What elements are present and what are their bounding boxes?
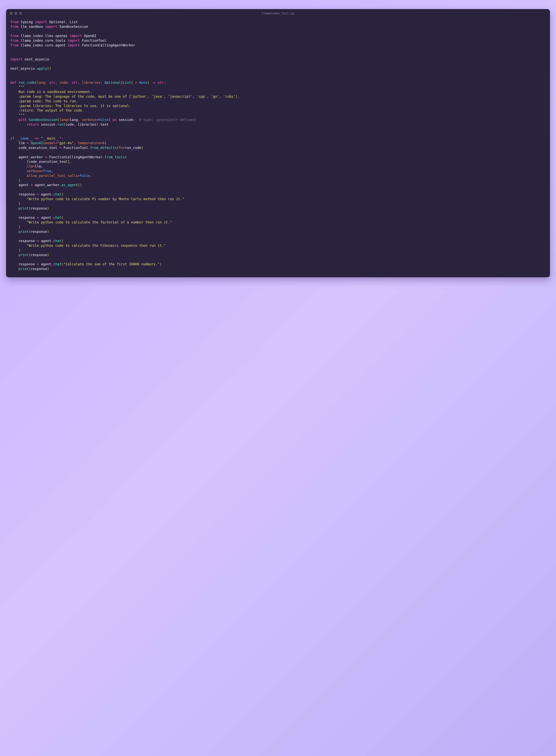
str-q2: "Write python code to calculate the fact… bbox=[27, 220, 172, 224]
kw-with: with bbox=[19, 118, 27, 122]
var-agentworker: agent_worker bbox=[19, 155, 43, 159]
kw-if: if bbox=[10, 136, 14, 140]
ref-lang: lang bbox=[70, 118, 78, 122]
editor-window: llamaindex_tool.py from typing import Op… bbox=[6, 9, 550, 277]
kw-import: import bbox=[35, 20, 47, 24]
code-area[interactable]: from typing import Optional, List from l… bbox=[6, 18, 550, 277]
ref-agent: agent bbox=[41, 262, 51, 266]
obj: nest_asyncio bbox=[10, 67, 35, 70]
sym-Optional: Optional bbox=[49, 20, 65, 24]
kw-from: from bbox=[10, 34, 19, 38]
mod-seg: core bbox=[45, 38, 53, 42]
call-OpenAI: OpenAI bbox=[31, 141, 43, 145]
kw-import: import bbox=[68, 38, 80, 42]
kwarg-allow-parallel: allow_parallel_tool_calls bbox=[27, 174, 78, 178]
kwarg-fn: fn bbox=[119, 146, 123, 150]
call-chat: chat bbox=[53, 262, 61, 266]
window-title: llamaindex_tool.py bbox=[6, 11, 550, 15]
kwarg-lang: lang bbox=[59, 118, 68, 122]
kw-from: from bbox=[10, 43, 19, 47]
ref-response: response bbox=[31, 206, 47, 210]
mod-seg: llms bbox=[45, 34, 53, 38]
kw-from: from bbox=[10, 38, 19, 42]
sym-List: List bbox=[70, 20, 78, 24]
docstring-l4: :param libraries: The libraries to use, … bbox=[10, 104, 131, 108]
ref-agentworker: agent_worker bbox=[35, 183, 60, 187]
const-False: False bbox=[80, 174, 90, 178]
call-print: print bbox=[19, 206, 29, 210]
call-apply: apply bbox=[37, 67, 47, 70]
type-Optional: Optional bbox=[104, 80, 121, 85]
sym-OpenAI: OpenAI bbox=[84, 34, 96, 38]
type-List: List bbox=[123, 80, 131, 85]
num-zero: 0 bbox=[102, 141, 105, 145]
ret-str: str bbox=[158, 80, 164, 85]
ref-run-code: run_code bbox=[125, 146, 141, 150]
mod-nest-asyncio: nest_asyncio bbox=[25, 57, 49, 61]
mod-seg: openai bbox=[55, 34, 68, 38]
sym-FunctionTool: FunctionTool bbox=[82, 38, 106, 42]
ref-session: session bbox=[41, 123, 55, 126]
maximize-dot[interactable] bbox=[19, 12, 22, 15]
kwarg-model: model bbox=[45, 141, 55, 145]
call-SandboxSession: SandboxSession bbox=[29, 118, 58, 122]
ref-agent: agent bbox=[41, 192, 51, 196]
str-main: "__main__" bbox=[41, 136, 61, 140]
kw-import: import bbox=[10, 57, 23, 61]
ref-cet: code_execution_tool bbox=[29, 160, 68, 164]
kw-import: import bbox=[70, 34, 82, 38]
ref-response: response bbox=[31, 230, 47, 234]
kwarg-llm: llm bbox=[27, 164, 33, 168]
mod-typing: typing bbox=[21, 20, 33, 24]
var-llm: llm bbox=[19, 141, 25, 145]
kw-def: def bbox=[10, 80, 16, 85]
const-False: False bbox=[98, 118, 109, 122]
docstring-l3: :param code: The code to run. bbox=[10, 99, 78, 103]
ref-FunctionTool: FunctionTool bbox=[64, 146, 88, 150]
type-str: str bbox=[72, 80, 78, 85]
str-q4: "Calculate the sum of the first 10000 nu… bbox=[64, 262, 160, 266]
mod-path: llama_index bbox=[21, 34, 43, 38]
call-as-agent: as_agent bbox=[62, 183, 78, 187]
ref-agent: agent bbox=[41, 239, 51, 243]
titlebar: llamaindex_tool.py bbox=[6, 9, 550, 18]
var-response: response bbox=[19, 262, 35, 266]
ref-libs: libraries bbox=[78, 123, 96, 126]
close-dot[interactable] bbox=[10, 12, 12, 15]
const-None: None bbox=[139, 80, 147, 85]
mod-seg: llama_index bbox=[21, 38, 43, 42]
mod-seg: tools bbox=[55, 38, 66, 42]
window-controls bbox=[10, 12, 22, 15]
docstring-close: """ bbox=[10, 113, 25, 117]
var-cet: code_execution_tool bbox=[19, 146, 57, 150]
mod-seg: agent bbox=[55, 43, 66, 47]
ref-llm: llm bbox=[35, 164, 41, 168]
var-response: response bbox=[19, 239, 35, 243]
str-q1: "Write python code to calculate Pi numbe… bbox=[27, 197, 184, 201]
kw-return: return bbox=[27, 123, 39, 126]
sym-FCAW: FunctionCallingAgentWorker bbox=[82, 43, 135, 47]
call-chat: chat bbox=[53, 239, 61, 243]
kw-import: import bbox=[68, 43, 80, 47]
var-response: response bbox=[19, 192, 35, 196]
kw-import: import bbox=[45, 25, 57, 29]
param-lang: lang bbox=[37, 80, 45, 85]
call-chat: chat bbox=[53, 192, 61, 196]
docstring-l5: :return: The output of the code. bbox=[10, 108, 84, 112]
type-str: str bbox=[49, 80, 55, 85]
call-from-tools: from_tools bbox=[104, 155, 125, 159]
call-chat: chat bbox=[53, 216, 61, 220]
str-q3: "Write python code to calculate the Fibo… bbox=[27, 243, 166, 248]
call-run: run bbox=[58, 123, 64, 126]
kwarg-verbose: verbose bbox=[27, 169, 41, 173]
dunder-name: __name__ bbox=[16, 136, 33, 140]
call-print: print bbox=[19, 230, 29, 234]
minimize-dot[interactable] bbox=[14, 12, 17, 15]
docstring-open: """ bbox=[10, 85, 25, 89]
sym-SandboxSession: SandboxSession bbox=[59, 25, 88, 29]
const-True: True bbox=[43, 169, 51, 173]
var-agent: agent bbox=[19, 183, 29, 187]
ref-response: response bbox=[31, 267, 47, 271]
var-response: response bbox=[19, 216, 35, 220]
var-session: session bbox=[119, 118, 133, 122]
